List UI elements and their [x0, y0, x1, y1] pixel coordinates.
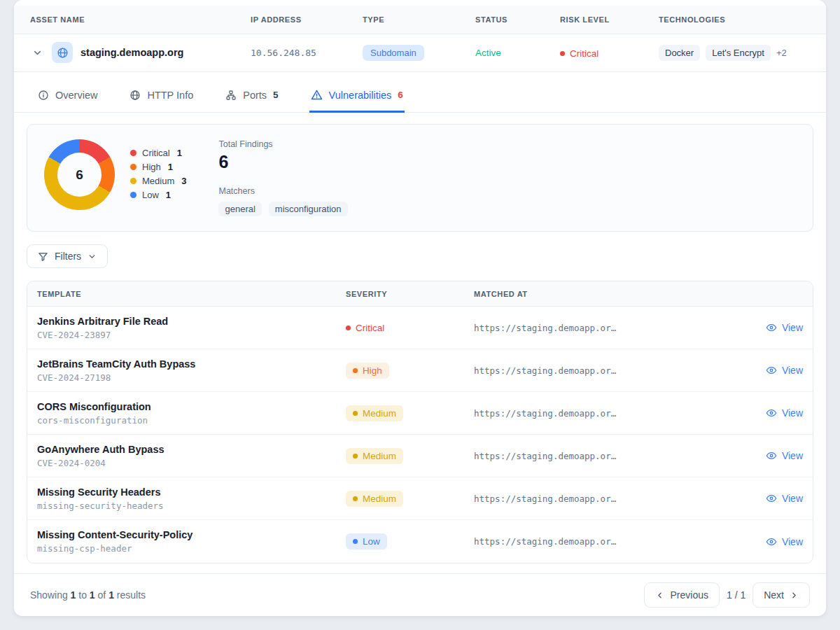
chevron-down-icon: [88, 252, 97, 261]
chevron-right-icon: [790, 591, 799, 600]
col-status: Status: [475, 15, 560, 24]
collapse-chevron-icon[interactable]: [30, 46, 44, 59]
finding-slug: missing-security-headers: [37, 500, 346, 511]
finding-slug: CVE-2024-27198: [37, 372, 346, 383]
severity-badge: Low: [346, 533, 387, 550]
page-indicator: 1 / 1: [727, 589, 746, 601]
legend-item-high: High 1: [130, 162, 186, 172]
finding-row[interactable]: Missing Security Headers missing-securit…: [27, 477, 813, 520]
eye-icon: [766, 365, 777, 376]
finding-row[interactable]: Jenkins Arbitrary File Read CVE-2024-238…: [27, 307, 813, 349]
legend-item-low: Low 1: [130, 190, 186, 200]
total-findings-value: 6: [218, 152, 347, 172]
asset-table-header: Asset Name IP Address Type Status Risk L…: [14, 6, 826, 34]
view-button[interactable]: View: [766, 450, 803, 461]
eye-icon: [766, 493, 777, 504]
view-button[interactable]: View: [766, 536, 803, 547]
col-severity: Severity: [346, 290, 474, 298]
asset-row[interactable]: staging.demoapp.org 10.56.248.85 Subdoma…: [14, 34, 826, 72]
col-ip-address: IP Address: [251, 15, 363, 24]
globe-icon: [130, 90, 141, 101]
asset-type-badge: Subdomain: [363, 45, 424, 61]
col-risk-level: Risk Level: [560, 15, 659, 24]
finding-slug: cors-misconfiguration: [37, 415, 346, 426]
severity-dot-icon: [353, 411, 358, 416]
asset-detail-panel: Asset Name IP Address Type Status Risk L…: [14, 0, 826, 616]
finding-row[interactable]: Missing Content-Security-Policy missing-…: [27, 520, 813, 563]
severity-dot-icon: [346, 326, 351, 330]
view-button[interactable]: View: [766, 493, 803, 504]
risk-dot-icon: [560, 51, 565, 56]
tab-overview[interactable]: Overview: [36, 80, 99, 113]
finding-matched-at: https://staging.demoapp.or…: [474, 536, 736, 547]
tab-vulnerabilities[interactable]: Vulnerabilities 6: [309, 80, 405, 113]
donut-center-value: 6: [57, 153, 102, 197]
matcher-chip: general: [218, 202, 261, 216]
col-technologies: Technologies: [659, 15, 815, 24]
col-type: Type: [363, 15, 475, 24]
severity-donut: 6: [44, 139, 115, 210]
finding-template: JetBrains TeamCity Auth Bypass: [37, 358, 346, 370]
legend-dot: [130, 192, 136, 198]
finding-template: Missing Content-Security-Policy: [37, 529, 346, 540]
previous-button[interactable]: Previous: [644, 582, 719, 608]
asset-ip: 10.56.248.85: [251, 48, 363, 58]
view-button[interactable]: View: [766, 322, 803, 333]
finding-slug: missing-csp-header: [37, 543, 346, 554]
info-icon: [38, 90, 49, 101]
severity-badge: Critical: [346, 320, 391, 336]
tech-more-count[interactable]: +2: [776, 48, 787, 58]
legend-item-medium: Medium 3: [130, 176, 186, 186]
asset-name: staging.demoapp.org: [80, 47, 183, 58]
finding-matched-at: https://staging.demoapp.or…: [474, 408, 736, 419]
col-template: Template: [37, 290, 346, 298]
finding-row[interactable]: JetBrains TeamCity Auth Bypass CVE-2024-…: [27, 349, 813, 392]
sitemap-icon: [225, 90, 237, 101]
vulnerabilities-count: 6: [398, 90, 403, 100]
matcher-chip: misconfiguration: [269, 202, 348, 216]
legend-dot: [130, 164, 136, 170]
filters-button[interactable]: Filters: [27, 244, 108, 268]
severity-badge: Medium: [346, 405, 403, 421]
asset-risk-level: Critical: [560, 48, 598, 59]
legend-item-critical: Critical 1: [130, 148, 186, 158]
finding-matched-at: https://staging.demoapp.or…: [474, 323, 736, 333]
view-button[interactable]: View: [766, 365, 803, 376]
finding-template: GoAnywhere Auth Bypass: [37, 444, 346, 455]
finding-matched-at: https://staging.demoapp.or…: [474, 365, 736, 376]
eye-icon: [766, 407, 777, 419]
col-asset-name: Asset Name: [30, 15, 251, 24]
tab-http-info[interactable]: HTTP Info: [128, 80, 195, 113]
asset-technologies: Docker Let's Encrypt +2: [659, 45, 815, 61]
asset-globe-icon: [52, 42, 73, 63]
tab-ports[interactable]: Ports 5: [224, 80, 279, 113]
next-button[interactable]: Next: [752, 582, 810, 608]
finding-matched-at: https://staging.demoapp.or…: [474, 493, 736, 504]
col-matched-at: Matched At: [474, 290, 736, 298]
finding-slug: CVE-2024-23897: [37, 330, 346, 340]
eye-icon: [766, 450, 777, 461]
findings-summary-card: 6 Critical 1 High 1 Medium 3: [27, 124, 813, 232]
matchers-label: Matchers: [218, 186, 347, 196]
severity-legend: Critical 1 High 1 Medium 3 Low 1: [130, 148, 186, 200]
finding-matched-at: https://staging.demoapp.or…: [474, 451, 736, 461]
legend-dot: [130, 178, 136, 184]
severity-dot-icon: [353, 496, 358, 501]
view-button[interactable]: View: [766, 407, 803, 419]
detail-tabs: Overview HTTP Info Ports 5 Vulnerabiliti…: [14, 80, 826, 113]
findings-table: Template Severity Matched At Jenkins Arb…: [27, 281, 813, 564]
eye-icon: [766, 322, 777, 333]
finding-row[interactable]: GoAnywhere Auth Bypass CVE-2024-0204 Med…: [27, 435, 813, 477]
finding-row[interactable]: CORS Misconfiguration cors-misconfigurat…: [27, 392, 813, 435]
eye-icon: [766, 536, 777, 547]
pagination-footer: Showing 1 to 1 of 1 results Previous 1 /…: [14, 573, 826, 616]
findings-table-header: Template Severity Matched At: [27, 281, 813, 307]
funnel-icon: [38, 251, 48, 262]
results-summary: Showing 1 to 1 of 1 results: [30, 589, 146, 601]
total-findings-label: Total Findings: [218, 139, 347, 149]
severity-badge: Medium: [346, 491, 403, 507]
asset-status: Active: [475, 48, 560, 58]
severity-dot-icon: [353, 454, 358, 458]
finding-template: Missing Security Headers: [37, 486, 346, 498]
ports-count: 5: [273, 90, 279, 100]
